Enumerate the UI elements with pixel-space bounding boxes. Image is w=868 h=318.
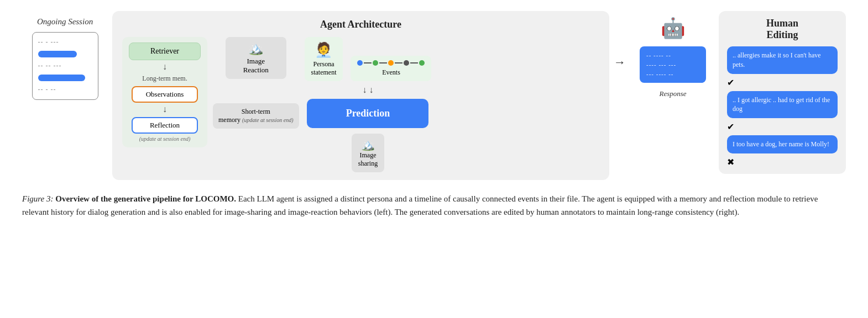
session-dots-2: -- -- --- bbox=[38, 62, 62, 70]
chat-bubble-2-wrapper: .. I got allergic .. had to get rid of t… bbox=[727, 91, 838, 132]
check-icon-2: ✔ bbox=[727, 122, 734, 131]
persona-icon: 🧑‍💼 bbox=[315, 41, 332, 59]
arrow-obs-down: ↓ bbox=[163, 105, 167, 114]
response-line-2: ---- --- --- bbox=[646, 61, 699, 68]
agent-arch-title: Agent Architecture bbox=[320, 19, 401, 30]
human-editing-title: Human Editing bbox=[766, 18, 798, 41]
session-line-5: -- - -- bbox=[38, 86, 92, 94]
event-dot-5 bbox=[419, 60, 425, 66]
figure-caption: Figure 3: Overview of the generative pip… bbox=[22, 192, 846, 219]
events-label: Events bbox=[382, 68, 400, 77]
top-inputs-row: 🧑‍💼 Persona statement bbox=[305, 37, 432, 81]
event-dot-2 bbox=[373, 60, 378, 66]
arch-left-section: Retriever ↓ Long-term mem. Observations … bbox=[122, 37, 207, 147]
ongoing-session-panel: Ongoing Session -- - --- -- -- --- -- - … bbox=[22, 11, 108, 105]
event-line-3 bbox=[395, 62, 402, 63]
cross-icon-3: ✖ bbox=[727, 157, 734, 167]
session-dots-3: -- - -- bbox=[38, 86, 56, 94]
persona-statement-box: 🧑‍💼 Persona statement bbox=[305, 37, 343, 81]
response-label: Response bbox=[659, 89, 686, 98]
image-reaction-label: ImageReaction bbox=[243, 57, 269, 75]
session-bubble-2 bbox=[38, 75, 85, 81]
image-sharing-label: Image sharing bbox=[358, 151, 378, 168]
chat-bubble-3: I too have a dog, her name is Molly! bbox=[727, 135, 838, 153]
events-graph bbox=[357, 60, 425, 66]
arch-mid-section: 🏔️ ImageReaction Short-term memory (upda… bbox=[213, 37, 299, 129]
observations-box: Observations bbox=[132, 86, 198, 103]
session-line-4 bbox=[38, 75, 92, 81]
arrow-to-prediction: ↓ bbox=[362, 86, 367, 94]
response-area: 🤖 -- ---- -- ---- --- --- --- ---- -- Re… bbox=[626, 11, 714, 98]
figure-label: Figure 3: bbox=[22, 194, 55, 203]
chat-bubble-1: .. allergies make it so I can't have pet… bbox=[727, 46, 838, 74]
session-box: -- - --- -- -- --- -- - -- bbox=[32, 32, 98, 100]
short-term-memory-box: Short-term memory (update at session end… bbox=[213, 103, 299, 129]
agent-architecture-panel: Agent Architecture Retriever ↓ Long-term… bbox=[112, 11, 609, 180]
arrow-to-prediction2: ↓ bbox=[369, 86, 373, 94]
chat-bubble-1-wrapper: .. allergies make it so I can't have pet… bbox=[727, 46, 838, 88]
reflection-box: Reflection bbox=[132, 117, 198, 134]
session-dots-1: -- - --- bbox=[38, 38, 59, 46]
human-editing-panel: Human Editing .. allergies make it so I … bbox=[719, 11, 846, 174]
session-line-3: -- -- --- bbox=[38, 62, 92, 70]
session-line-1: -- - --- bbox=[38, 38, 92, 46]
diagram-area: Ongoing Session -- - --- -- -- --- -- - … bbox=[22, 11, 846, 180]
persona-statement-label: Persona statement bbox=[311, 60, 337, 77]
big-arrow-right: → bbox=[614, 55, 626, 70]
event-line-1 bbox=[364, 62, 372, 63]
session-line-2 bbox=[38, 51, 92, 57]
event-dot-1 bbox=[357, 60, 363, 66]
event-dot-4 bbox=[404, 60, 409, 66]
figure-bold-text: Overview of the generative pipeline for … bbox=[55, 194, 236, 203]
arch-to-response-arrow: → bbox=[614, 11, 626, 70]
session-bubble-1 bbox=[38, 51, 77, 57]
arrow-retriever-down: ↓ bbox=[163, 62, 167, 71]
prediction-box: Prediction bbox=[307, 99, 428, 128]
main-container: Ongoing Session -- - --- -- -- --- -- - … bbox=[0, 0, 868, 230]
robot-icon: 🤖 bbox=[661, 17, 686, 40]
check-icon-1: ✔ bbox=[727, 78, 734, 87]
chat-bubble-3-wrapper: I too have a dog, her name is Molly! ✖ bbox=[727, 135, 838, 167]
event-line-2 bbox=[379, 62, 387, 63]
long-term-label: Long-term mem. bbox=[142, 75, 187, 83]
short-term-sublabel: (update at session end) bbox=[242, 117, 294, 123]
image-sharing-box: 🏔️ Image sharing bbox=[352, 134, 384, 172]
response-line-3: --- ---- -- bbox=[646, 71, 699, 77]
events-box: Events bbox=[351, 56, 431, 81]
arch-right-section: 🧑‍💼 Persona statement bbox=[305, 37, 432, 172]
event-dot-3 bbox=[388, 60, 394, 66]
response-line-1: -- ---- -- bbox=[646, 52, 699, 59]
image-reaction-icon: 🏔️ bbox=[248, 41, 263, 56]
arch-main-row: Retriever ↓ Long-term mem. Observations … bbox=[122, 37, 599, 172]
event-line-4 bbox=[410, 62, 418, 63]
chat-bubble-2: .. I got allergic .. had to get rid of t… bbox=[727, 91, 838, 119]
response-box: -- ---- -- ---- --- --- --- ---- -- bbox=[640, 46, 706, 83]
image-sharing-icon: 🏔️ bbox=[361, 138, 375, 151]
image-reaction-box: 🏔️ ImageReaction bbox=[226, 37, 286, 79]
retriever-box: Retriever bbox=[129, 43, 201, 60]
ongoing-session-title: Ongoing Session bbox=[37, 17, 93, 26]
update-label: (update at session end) bbox=[139, 136, 191, 142]
